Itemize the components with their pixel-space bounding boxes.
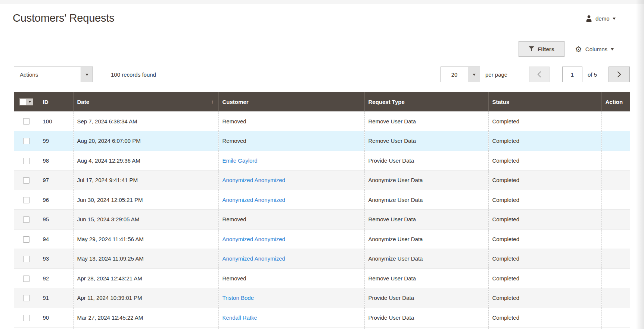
page: Customers' Requests demo Filters ⚙ Colum… <box>0 0 644 329</box>
select-all-control[interactable] <box>19 98 33 105</box>
cell-id: 92 <box>39 268 73 288</box>
columns-button[interactable]: ⚙ Columns <box>575 41 614 57</box>
cell-date: Aug 20, 2024 6:07:00 PM <box>73 131 218 151</box>
cell-request-type: Remove User Data <box>364 131 488 151</box>
user-icon <box>585 15 592 22</box>
cell-date: Jun 15, 2024 3:29:05 AM <box>73 210 218 230</box>
row-checkbox[interactable] <box>23 197 29 203</box>
cell-status: Completed <box>488 131 601 151</box>
cell-action <box>601 170 630 190</box>
cell-status <box>488 328 601 329</box>
row-checkbox[interactable] <box>23 138 29 144</box>
per-page-dropdown-arrow[interactable] <box>468 67 480 82</box>
column-header-customer[interactable]: Customer <box>218 92 364 111</box>
table-row: 95 Jun 15, 2024 3:29:05 AM Removed Remov… <box>14 210 630 230</box>
chevron-down-icon <box>85 74 88 77</box>
cell-id: 97 <box>39 170 73 190</box>
column-header-date[interactable]: Date ↑ <box>73 92 218 111</box>
cell-checkbox <box>14 170 39 190</box>
cell-checkbox <box>14 249 39 269</box>
actions-dropdown-value: Actions <box>14 67 81 82</box>
cell-status: Completed <box>488 308 601 328</box>
next-page-button[interactable] <box>609 67 630 82</box>
cell-date: May 29, 2024 11:41:56 AM <box>73 229 218 249</box>
chevron-down-icon <box>473 74 476 77</box>
cell-customer: Anonymized Anonymized <box>218 190 364 210</box>
row-checkbox[interactable] <box>23 295 29 301</box>
cell-request-type: Anonymize User Data <box>364 249 488 269</box>
cell-status: Completed <box>488 268 601 288</box>
row-checkbox[interactable] <box>23 236 29 243</box>
customer-value[interactable]: Emile Gaylord <box>223 157 258 164</box>
sort-ascending-icon: ↑ <box>211 99 214 105</box>
select-all-checkbox[interactable] <box>20 99 27 105</box>
cell-id: 100 <box>39 111 73 131</box>
select-all-dropdown[interactable] <box>27 99 33 105</box>
cell-checkbox <box>14 151 39 170</box>
column-header-status[interactable]: Status <box>488 92 601 111</box>
column-header-action[interactable]: Action <box>601 92 630 111</box>
cell-customer: Removed <box>218 210 364 230</box>
row-checkbox[interactable] <box>23 315 29 321</box>
per-page-value: 20 <box>441 67 468 82</box>
cell-request-type: Provide User Data <box>364 151 488 170</box>
cell-id: 93 <box>39 249 73 269</box>
cell-customer: Anonymized Anonymized <box>218 249 364 269</box>
row-checkbox[interactable] <box>23 177 29 184</box>
cell-status: Completed <box>488 151 601 170</box>
select-all-header[interactable] <box>14 92 39 111</box>
column-header-id[interactable]: ID <box>39 92 73 111</box>
cell-id: 91 <box>39 288 73 308</box>
cell-customer: Anonymized Anonymized <box>218 170 364 190</box>
cell-customer <box>218 328 364 329</box>
cell-checkbox <box>14 111 39 131</box>
customer-value: Removed <box>223 138 246 144</box>
column-header-request-type[interactable]: Request Type <box>364 92 488 111</box>
cell-status: Completed <box>488 249 601 269</box>
customer-value[interactable]: Kendall Ratke <box>223 314 257 321</box>
previous-page-button[interactable] <box>529 67 550 82</box>
cell-checkbox <box>14 268 39 288</box>
per-page-label: per page <box>485 67 507 82</box>
row-checkbox[interactable] <box>23 276 29 282</box>
total-pages-label: of 5 <box>588 67 597 82</box>
actions-dropdown[interactable]: Actions <box>14 67 93 82</box>
customer-value[interactable]: Anonymized Anonymized <box>223 197 285 203</box>
chevron-down-icon <box>611 48 614 52</box>
cell-customer: Kendall Ratke <box>218 308 364 328</box>
cell-customer: Anonymized Anonymized <box>218 229 364 249</box>
customer-value: Removed <box>223 118 246 124</box>
cell-date: May 13, 2024 11:09:25 AM <box>73 249 218 269</box>
column-header-date-label: Date <box>77 99 90 105</box>
customer-value[interactable]: Anonymized Anonymized <box>223 236 285 242</box>
cell-action <box>601 308 630 328</box>
cell-action <box>601 131 630 151</box>
records-found-text: 100 records found <box>111 67 156 82</box>
table-row: 99 Aug 20, 2024 6:07:00 PM Removed Remov… <box>14 131 630 151</box>
row-checkbox[interactable] <box>23 256 29 262</box>
per-page-dropdown[interactable]: 20 <box>441 67 480 82</box>
row-checkbox[interactable] <box>23 158 29 164</box>
customer-value[interactable]: Triston Bode <box>223 295 254 301</box>
user-menu[interactable]: demo <box>585 13 616 23</box>
cell-id: 95 <box>39 210 73 230</box>
row-checkbox[interactable] <box>23 216 29 223</box>
cell-request-type: Remove User Data <box>364 210 488 230</box>
cell-id: 96 <box>39 190 73 210</box>
chevron-down-icon <box>29 101 31 104</box>
cell-status: Completed <box>488 111 601 131</box>
user-name: demo <box>595 15 610 22</box>
cell-request-type: Provide User Data <box>364 288 488 308</box>
customer-value: Removed <box>223 275 246 282</box>
cell-action <box>601 210 630 230</box>
customer-value[interactable]: Anonymized Anonymized <box>223 177 285 183</box>
row-checkbox[interactable] <box>23 118 29 124</box>
customer-value[interactable]: Anonymized Anonymized <box>223 255 285 262</box>
table-row: 90 Mar 27, 2024 12:45:22 AM Kendall Ratk… <box>14 308 630 328</box>
actions-dropdown-arrow[interactable] <box>81 67 93 82</box>
cell-id: 98 <box>39 151 73 170</box>
table-row: 100 Sep 7, 2024 6:38:34 AM Removed Remov… <box>14 111 630 131</box>
filters-button[interactable]: Filters <box>519 41 564 57</box>
page-number-input[interactable] <box>562 67 582 82</box>
cell-checkbox <box>14 190 39 210</box>
